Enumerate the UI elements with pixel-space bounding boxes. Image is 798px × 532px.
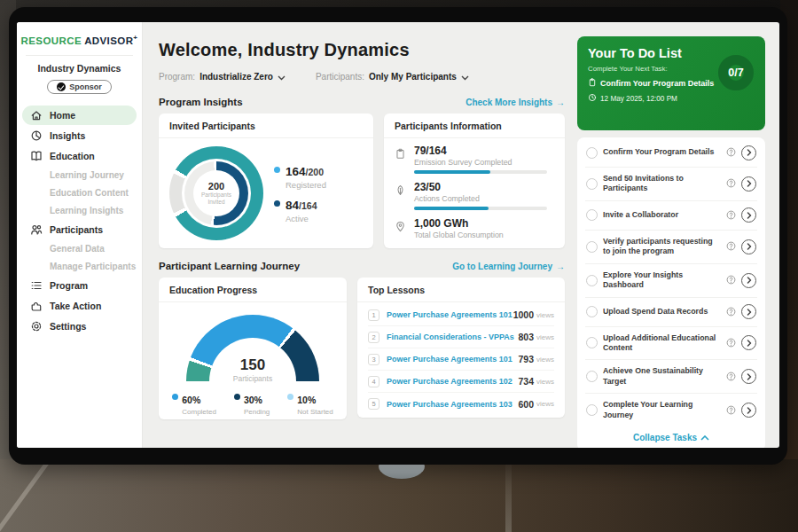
logo-plus: + xyxy=(133,34,137,42)
check-more-insights-link[interactable]: Check More Insights→ xyxy=(466,98,565,107)
task-checkbox[interactable] xyxy=(586,275,598,286)
legend-dot xyxy=(172,394,178,400)
organization-name: Industry Dynamics xyxy=(17,63,142,74)
sidebar-item-manage-participants[interactable]: Manage Participants xyxy=(22,258,137,275)
leaf-icon xyxy=(395,181,407,210)
sidebar-item-learning-insights[interactable]: Learning Insights xyxy=(22,202,137,219)
sidebar-item-label: Take Action xyxy=(50,301,101,311)
sidebar-nav: Home Insights Education Learning Journey… xyxy=(17,106,142,336)
sidebar-item-take-action[interactable]: Take Action xyxy=(22,296,137,316)
sponsor-badge[interactable]: Sponsor xyxy=(47,80,112,94)
program-filter-dropdown[interactable]: Program: Industrialize Zero xyxy=(159,68,286,84)
chevron-up-icon xyxy=(700,435,709,441)
list-icon xyxy=(30,279,43,292)
info-icon[interactable] xyxy=(726,335,736,351)
puzzle-icon xyxy=(30,300,43,312)
task-row[interactable]: Confirm Your Program Details xyxy=(585,138,757,167)
task-checkbox[interactable] xyxy=(586,404,598,416)
chevron-right-button[interactable] xyxy=(741,207,756,223)
task-checkbox[interactable] xyxy=(586,209,598,221)
todo-due-date: 12 May 2025, 12:00 PM xyxy=(588,93,755,104)
sidebar-item-home[interactable]: Home xyxy=(22,106,137,125)
chevron-right-button[interactable] xyxy=(741,239,756,254)
sidebar-item-learning-journey[interactable]: Learning Journey xyxy=(22,167,137,184)
top-lessons-card: Top Lessons 1 Power Purchase Agreements … xyxy=(357,278,565,418)
collapse-tasks-link[interactable]: Collapse Tasks xyxy=(585,426,757,448)
learning-journey-title: Participant Learning Journey xyxy=(159,261,300,271)
info-icon[interactable] xyxy=(726,403,736,419)
stat-global-consumption: 1,000 GWh Total Global Consumption xyxy=(395,217,552,239)
task-checkbox[interactable] xyxy=(586,371,598,382)
gauge-legend: 60% Completed 30% Pending 10% Not Starte… xyxy=(159,391,347,416)
lesson-link[interactable]: Power Purchase Agreements 102 xyxy=(387,377,518,386)
task-row[interactable]: Complete Your Learning Journey xyxy=(585,393,757,426)
lesson-link[interactable]: Power Purchase Agreements 101 xyxy=(387,355,518,364)
go-to-learning-journey-link[interactable]: Go to Learning Journey→ xyxy=(452,262,565,271)
sidebar-item-education[interactable]: Education xyxy=(22,146,137,166)
legend-item-registered: 164/200 Registered xyxy=(274,163,326,190)
app-logo: RESOURCE ADVISOR+ xyxy=(17,22,142,46)
legend-item-active: 84/164 Active xyxy=(274,197,326,223)
progress-bar xyxy=(414,207,547,210)
participants-information-card: Participants Information 79/164 Emission… xyxy=(384,113,565,248)
donut-center-value: 200 xyxy=(208,181,224,192)
chevron-right-button[interactable] xyxy=(741,304,756,319)
info-icon[interactable] xyxy=(726,239,736,254)
participants-filter-dropdown[interactable]: Participants: Only My Participants xyxy=(316,68,469,84)
arrow-right-icon: → xyxy=(556,262,565,271)
info-icon[interactable] xyxy=(726,304,736,320)
legend-dot xyxy=(274,167,280,173)
chevron-right-button[interactable] xyxy=(741,273,756,288)
participants-information-card-title: Participants Information xyxy=(384,113,565,138)
progress-bar xyxy=(414,170,547,174)
task-checkbox[interactable] xyxy=(586,178,598,190)
info-icon[interactable] xyxy=(726,176,736,192)
info-icon[interactable] xyxy=(726,369,736,385)
task-checkbox[interactable] xyxy=(586,337,598,348)
app-screen: RESOURCE ADVISOR+ Industry Dynamics Spon… xyxy=(17,22,779,448)
task-row[interactable]: Explore Your Insights Dashboard xyxy=(585,263,757,297)
book-icon xyxy=(30,150,43,162)
lesson-row[interactable]: 4 Power Purchase Agreements 102 734 view… xyxy=(368,371,554,393)
task-checkbox[interactable] xyxy=(586,147,598,159)
sidebar-item-settings[interactable]: Settings xyxy=(22,317,137,336)
lesson-row[interactable]: 2 Financial Considerations - VPPAs 803 v… xyxy=(368,326,554,348)
lesson-link[interactable]: Power Purchase Agreements 101 xyxy=(387,310,513,319)
lesson-row[interactable]: 1 Power Purchase Agreements 101 1000 vie… xyxy=(368,304,554,326)
chevron-right-button[interactable] xyxy=(741,369,756,384)
task-row[interactable]: Verify participants requesting to join t… xyxy=(585,230,757,263)
main-content: Welcome, Industry Dynamics Program: Indu… xyxy=(143,22,577,448)
sidebar-item-label: General Data xyxy=(50,244,105,254)
info-icon[interactable] xyxy=(726,272,736,288)
lesson-link[interactable]: Financial Considerations - VPPAs xyxy=(387,332,518,341)
chevron-right-button[interactable] xyxy=(741,403,756,418)
task-row[interactable]: Send 50 Invitations to Participants xyxy=(585,167,757,200)
chevron-right-button[interactable] xyxy=(741,145,756,160)
sidebar-item-program[interactable]: Program xyxy=(22,276,137,295)
chevron-right-button[interactable] xyxy=(741,176,756,192)
lesson-row[interactable]: 5 Power Purchase Agreements 103 600 view… xyxy=(368,393,554,415)
invited-participants-donut-chart: 200 ParticipantsInvited xyxy=(169,146,263,240)
sidebar-item-label: Program xyxy=(50,280,88,291)
clipboard-icon xyxy=(588,78,597,89)
sidebar-item-label: Participants xyxy=(50,224,103,235)
program-insights-title: Program Insights xyxy=(159,97,243,107)
task-checkbox[interactable] xyxy=(586,306,598,317)
sidebar-item-education-content[interactable]: Education Content xyxy=(22,184,137,201)
chevron-down-icon xyxy=(461,68,469,84)
task-row[interactable]: Invite a Collaborator xyxy=(585,200,757,230)
info-icon[interactable] xyxy=(726,207,736,223)
lesson-link[interactable]: Power Purchase Agreements 103 xyxy=(387,400,518,409)
sidebar-item-insights[interactable]: Insights xyxy=(22,126,137,145)
insights-icon xyxy=(30,129,43,142)
lesson-row[interactable]: 3 Power Purchase Agreements 101 793 view… xyxy=(368,348,554,371)
task-checkbox[interactable] xyxy=(586,241,598,253)
task-row[interactable]: Achieve One Sustainability Target xyxy=(585,359,757,393)
chevron-right-button[interactable] xyxy=(741,335,756,350)
sidebar-item-label: Education Content xyxy=(50,188,129,198)
sidebar-item-general-data[interactable]: General Data xyxy=(22,240,137,257)
sidebar-item-participants[interactable]: Participants xyxy=(22,220,137,239)
task-row[interactable]: Upload Spend Data Records xyxy=(585,297,757,326)
task-row[interactable]: Upload Additional Educational Content xyxy=(585,326,757,360)
info-icon[interactable] xyxy=(726,145,736,160)
